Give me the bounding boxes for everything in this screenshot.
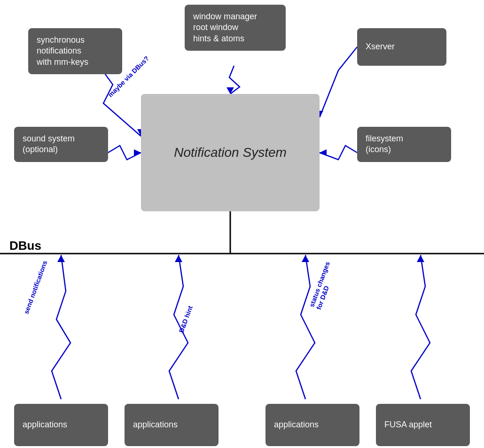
filesystem-box: filesystem (icons) (357, 127, 451, 162)
filesystem-label: filesystem (icons) (366, 134, 403, 154)
sync-notifications-box: synchronous notifications with mm-keys (28, 28, 122, 74)
xserver-label: Xserver (366, 41, 395, 52)
notification-system-box: Notification System (141, 94, 320, 211)
applications-label-2: applications (133, 419, 178, 430)
window-manager-box: window manager root window hints & atoms (185, 5, 286, 51)
svg-marker-4 (320, 149, 327, 156)
window-manager-label: window manager root window hints & atoms (193, 12, 257, 43)
applications-box-3: applications (265, 404, 359, 446)
status-changes-label: status changesfor D&D (308, 261, 338, 311)
svg-marker-9 (302, 255, 309, 262)
xserver-box: Xserver (357, 28, 446, 66)
applications-box-2: applications (125, 404, 219, 446)
send-notifications-label: send notifications (22, 260, 48, 315)
fusa-applet-box: FUSA applet (376, 404, 470, 446)
svg-marker-8 (175, 255, 182, 262)
svg-marker-3 (134, 149, 141, 156)
sound-system-box: sound system (optional) (14, 127, 108, 162)
sync-notifications-label: synchronous notifications with mm-keys (37, 35, 88, 67)
svg-marker-1 (226, 87, 234, 94)
dnd-hint-label: D&D hint (177, 305, 194, 334)
applications-box-1: applications (14, 404, 108, 446)
fusa-applet-label: FUSA applet (384, 419, 432, 430)
notification-system-label: Notification System (174, 145, 287, 160)
applications-label-3: applications (274, 419, 319, 430)
svg-marker-7 (57, 255, 65, 262)
dbus-label: DBus (9, 239, 41, 253)
svg-marker-10 (417, 255, 424, 262)
applications-label-1: applications (23, 419, 67, 430)
sound-system-label: sound system (optional) (23, 134, 75, 154)
